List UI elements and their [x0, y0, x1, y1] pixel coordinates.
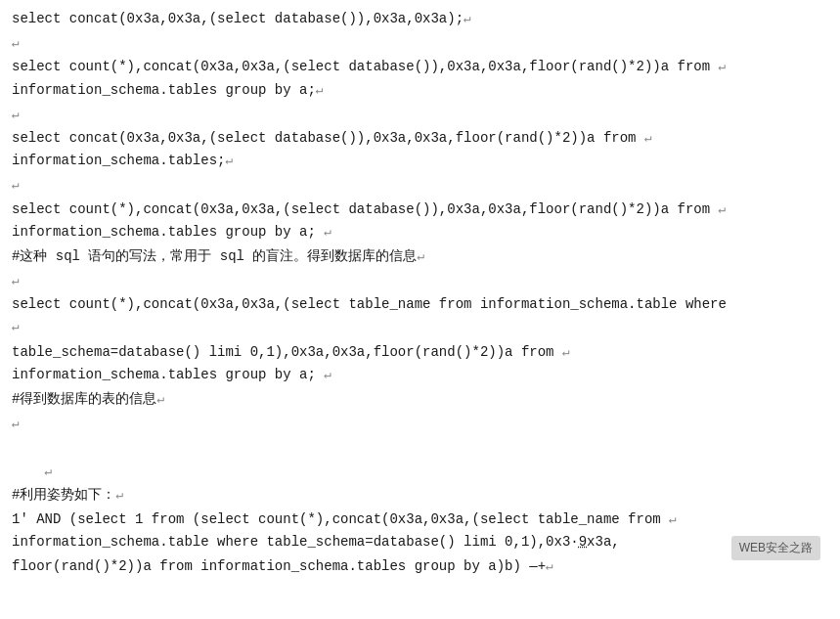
code-text: floor(rand()*2))a from information_schem… [12, 555, 828, 578]
code-text: information_schema.tables;↵ [12, 150, 828, 172]
comment-2: #得到数据库的表的信息↵ [12, 388, 828, 411]
comment-text: #这种 sql 语句的写法，常用于 sql 的盲注。得到数据库的信息↵ [12, 245, 828, 268]
comment-text: #得到数据库的表的信息↵ [12, 388, 828, 411]
code-text: information_schema.table where table_sch… [12, 531, 828, 553]
line-1: select concat(0x3a,0x3a,(select database… [12, 8, 828, 30]
line-2: select count(*),concat(0x3a,0x3a,(select… [12, 56, 828, 101]
line-5: select count(*),concat(0x3a,0x3a,(select… [12, 293, 828, 338]
code-text: 1' AND (select 1 from (select count(*),c… [12, 508, 828, 531]
code-text: information_schema.tables group by a;↵ [12, 79, 828, 102]
line-6: 1' AND (select 1 from (select count(*),c… [12, 508, 828, 553]
blank-1: ↵ [12, 32, 828, 54]
code-text: select count(*),concat(0x3a,0x3a,(select… [12, 199, 828, 221]
code-text: select count(*),concat(0x3a,0x3a,(select… [12, 293, 828, 316]
code-text: information_schema.tables group by a; ↵ [12, 221, 828, 243]
code-text: table_schema=database() limi 0,1),0x3a,0… [12, 341, 828, 364]
main-content: select concat(0x3a,0x3a,(select database… [0, 0, 840, 588]
blank-5: ↵ [12, 413, 828, 434]
blank-3: ↵ [12, 174, 828, 196]
line-3: select concat(0x3a,0x3a,(select database… [12, 127, 828, 172]
line-5b: table_schema=database() limi 0,1),0x3a,0… [12, 341, 828, 386]
blank-indent: ↵ [12, 461, 828, 482]
code-text: select concat(0x3a,0x3a,(select database… [12, 127, 828, 150]
comment-text: #利用姿势如下：↵ [12, 484, 828, 507]
line-4: select count(*),concat(0x3a,0x3a,(select… [12, 199, 828, 243]
blank-6 [12, 436, 828, 458]
blank-4: ↵ [12, 270, 828, 291]
code-text: select count(*),concat(0x3a,0x3a,(select… [12, 56, 828, 78]
code-text: information_schema.tables group by a; ↵ [12, 364, 828, 386]
code-text: select concat(0x3a,0x3a,(select database… [12, 8, 828, 30]
comment-3: #利用姿势如下：↵ [12, 484, 828, 507]
line-6c: floor(rand()*2))a from information_schem… [12, 555, 828, 578]
blank-2: ↵ [12, 104, 828, 125]
comment-1: #这种 sql 语句的写法，常用于 sql 的盲注。得到数据库的信息↵ [12, 245, 828, 268]
